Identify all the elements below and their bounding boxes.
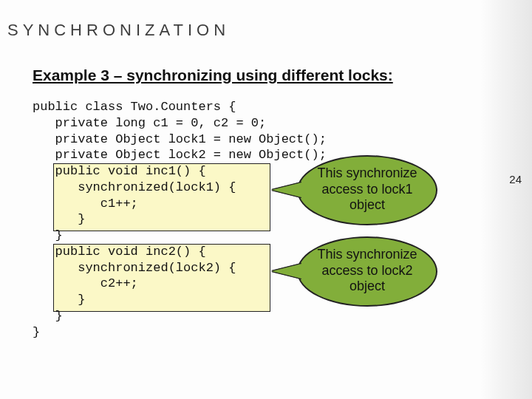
code-line: }: [33, 228, 63, 242]
code-block: public class Two.Counters { private long…: [33, 99, 327, 340]
code-line: private Object lock2 = new Object();: [33, 148, 327, 162]
callout-lock1: This synchronize access to lock1 object: [297, 155, 437, 225]
callout-text-line: access to lock1: [316, 182, 418, 198]
code-line: c1++;: [33, 197, 138, 211]
callout-tail-icon: [272, 183, 301, 197]
callout-lock2: This synchronize access to lock2 object: [297, 236, 437, 307]
code-line: private long c1 = 0, c2 = 0;: [33, 116, 266, 130]
page-title: SYNCHRONIZATION: [7, 21, 230, 40]
code-line: c2++;: [33, 276, 138, 290]
callout-tail-icon: [272, 264, 301, 279]
code-line: }: [33, 293, 85, 307]
code-line: }: [33, 325, 40, 339]
example-heading: Example 3 – synchronizing using differen…: [33, 66, 393, 84]
callout-bubble: This synchronize access to lock1 object: [297, 155, 437, 225]
callout-text-line: object: [316, 197, 418, 214]
code-line: synchronized(lock2) {: [33, 261, 236, 275]
code-line: }: [33, 309, 63, 323]
code-line: private Object lock1 = new Object();: [33, 132, 327, 146]
callout-text-line: access to lock2: [316, 263, 418, 279]
page-number: 24: [509, 173, 522, 185]
callout-bubble: This synchronize access to lock2 object: [297, 236, 437, 307]
callout-text-line: This synchronize: [316, 166, 418, 182]
page-right-shadow: [480, 0, 532, 399]
code-line: public class Two.Counters {: [33, 100, 236, 114]
code-line: synchronized(lock1) {: [33, 180, 236, 194]
callout-text-line: This synchronize: [316, 247, 418, 263]
code-line: public void inc1() {: [33, 164, 206, 178]
code-line: }: [33, 212, 85, 226]
callout-text-line: object: [316, 279, 418, 295]
code-line: public void inc2() {: [33, 245, 206, 259]
